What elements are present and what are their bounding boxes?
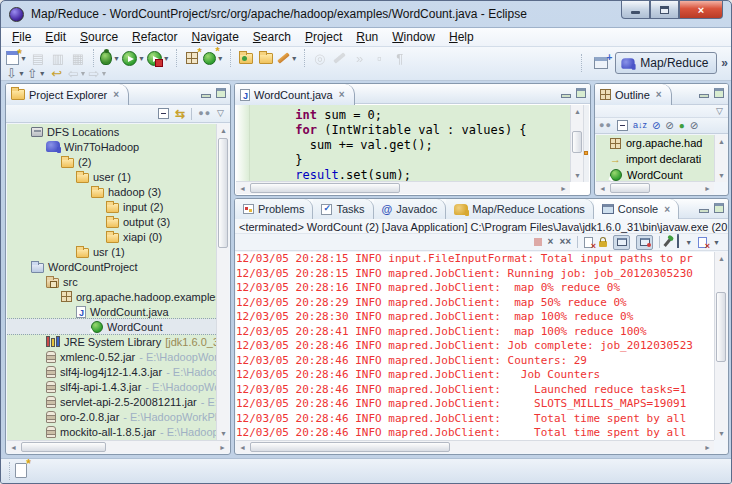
tab-console[interactable]: Console× xyxy=(594,199,679,219)
menu-search[interactable]: Search xyxy=(246,28,298,46)
display-selected-console-button[interactable] xyxy=(677,237,679,247)
last-edit-location-button[interactable]: ↩ xyxy=(47,64,67,82)
tab-outline[interactable]: Outline × xyxy=(595,84,672,105)
console-vscrollbar[interactable]: ▲▼ xyxy=(714,252,727,440)
tree-item-output-3-[interactable]: output (3) xyxy=(7,214,229,229)
remove-all-terminated-button[interactable]: ×× xyxy=(559,237,571,247)
hide-local-types-button[interactable]: ⊘ xyxy=(690,121,698,131)
outline-collapse-all-button[interactable] xyxy=(617,120,628,131)
perspective-overflow-chevron[interactable]: » xyxy=(721,56,727,70)
menu-edit[interactable]: Edit xyxy=(38,28,73,46)
collapse-all-button[interactable] xyxy=(158,108,169,119)
new-class-button[interactable]: ▼ xyxy=(202,49,225,67)
search-button[interactable]: ▼ xyxy=(276,49,299,67)
display-console-dropdown-icon[interactable]: ▼ xyxy=(685,239,692,246)
console-output[interactable]: 12/03/05 20:28:15 INFO input.FileInputFo… xyxy=(236,252,714,440)
show-whitespace-button[interactable]: ¶ xyxy=(390,49,410,67)
close-button[interactable]: × xyxy=(679,1,723,19)
open-element-button[interactable] xyxy=(236,49,256,67)
tree-item-dfs-locations[interactable]: DFS Locations xyxy=(7,124,229,139)
dropdown-arrow-icon[interactable]: ▼ xyxy=(291,55,298,62)
tree-item-hadoop-3-[interactable]: hadoop (3) xyxy=(7,184,229,199)
tree-item-src[interactable]: src xyxy=(7,274,229,289)
open-console-dropdown-icon[interactable]: ▼ xyxy=(713,239,720,246)
outline-item-org-apache-had[interactable]: org.apache.had xyxy=(596,135,714,151)
tree-item-slf4j-api-1-4-3-jar[interactable]: slf4j-api-1.4.3.jar - E:\HadoopWork xyxy=(7,379,229,394)
edit-annotation-button[interactable] xyxy=(330,49,350,67)
editor-overview-ruler[interactable] xyxy=(583,105,589,182)
dropdown-arrow-icon[interactable]: ▼ xyxy=(80,70,87,77)
menu-file[interactable]: File xyxy=(5,28,38,46)
tree-item-oro-2-0-8-jar[interactable]: oro-2.0.8.jar - E:\HadoopWorkPlat\ xyxy=(7,409,229,424)
tree-item-mockito-all-1-8-5-jar[interactable]: mockito-all-1.8.5.jar - E:\HadoopW xyxy=(7,424,229,439)
project-explorer-vscrollbar[interactable]: ▲▼ xyxy=(216,124,229,440)
tab-project-explorer[interactable]: Project Explorer × xyxy=(6,84,129,105)
hide-fields-button[interactable]: ⊘ xyxy=(652,121,660,131)
menu-project[interactable]: Project xyxy=(298,28,349,46)
menu-navigate[interactable]: Navigate xyxy=(184,28,245,46)
tree-item-wordcount[interactable]: WordCount xyxy=(7,319,229,334)
maximize-view-button[interactable] xyxy=(216,88,226,98)
back-button[interactable]: ⇦▼ xyxy=(67,64,88,82)
tree-item-win7tohadoop[interactable]: Win7ToHadoop xyxy=(7,139,229,154)
tab-wordcount-java[interactable]: WordCount.java × xyxy=(235,84,355,105)
dropdown-arrow-icon[interactable]: ▼ xyxy=(100,70,107,77)
outline-hscrollbar[interactable]: ◄► xyxy=(596,181,714,194)
menu-refactor[interactable]: Refactor xyxy=(125,28,184,46)
maximize-button[interactable] xyxy=(650,1,679,19)
link-with-editor-button[interactable]: ⇆ xyxy=(175,108,185,120)
close-view-icon[interactable]: × xyxy=(113,89,119,100)
new-mapreduce-project-button[interactable] xyxy=(182,49,202,67)
tree-item-wordcount-java[interactable]: WordCount.java xyxy=(7,304,229,319)
run-button[interactable]: ▼ xyxy=(121,49,146,67)
tab-tasks[interactable]: Tasks xyxy=(313,199,373,219)
menu-source[interactable]: Source xyxy=(73,28,125,46)
tree-item-jre-system-library[interactable]: JRE System Library [jdk1.6.0_31] xyxy=(7,334,229,349)
project-explorer-hscrollbar[interactable]: ◄► xyxy=(7,440,229,453)
menu-run[interactable]: Run xyxy=(349,28,385,46)
outline-vscrollbar[interactable]: ▲▼ xyxy=(714,135,727,182)
hide-static-members-button[interactable]: ⊘ xyxy=(665,121,673,131)
minimize-console-button[interactable] xyxy=(699,209,709,213)
scroll-lock-button[interactable] xyxy=(599,241,607,247)
tree-item-xiapi-0-[interactable]: xiapi (0) xyxy=(7,229,229,244)
outline-item-wordcount[interactable]: WordCount xyxy=(596,167,714,182)
open-console-button[interactable] xyxy=(698,237,707,248)
hide-non-public-button[interactable]: ● xyxy=(679,121,685,131)
titlebar[interactable]: Map/Reduce - WordCountProject/src/org/ap… xyxy=(1,1,731,27)
tree-item-xmlenc-0-52-jar[interactable]: xmlenc-0.52.jar - E:\HadoopWorkPl xyxy=(7,349,229,364)
maximize-editor-button[interactable] xyxy=(576,88,586,98)
editor-hscrollbar[interactable]: ◄► xyxy=(236,181,570,194)
menu-help[interactable]: Help xyxy=(442,28,481,46)
maximize-console-button[interactable] xyxy=(714,203,724,213)
pin-console-button[interactable] xyxy=(664,238,672,247)
clear-console-button[interactable] xyxy=(584,237,593,248)
dropdown-arrow-icon[interactable]: ▼ xyxy=(163,55,170,62)
dropdown-arrow-icon[interactable]: ▼ xyxy=(18,70,25,77)
terminate-button[interactable] xyxy=(534,238,542,246)
tree-item-user-1-[interactable]: user (1) xyxy=(7,169,229,184)
close-outline-icon[interactable]: × xyxy=(656,89,662,100)
maximize-outline-button[interactable] xyxy=(714,88,724,98)
block-selection-button[interactable]: ▫ xyxy=(370,49,390,67)
tree-item-slf4j-log4j12-1-4-3-jar[interactable]: slf4j-log4j12-1.4.3.jar - E:\HadoopW xyxy=(7,364,229,379)
remove-launch-button[interactable]: × xyxy=(548,237,554,247)
tab-problems[interactable]: Problems xyxy=(235,199,313,219)
toggle-mark-occurrences-button[interactable]: ◎ xyxy=(310,49,330,67)
minimize-view-button[interactable] xyxy=(201,94,211,98)
show-stderr-toggle[interactable] xyxy=(636,235,653,250)
customize-view-button[interactable]: ●● xyxy=(198,109,211,118)
tree-item-usr-1-[interactable]: usr (1) xyxy=(7,244,229,259)
skip-breakpoints-button[interactable]: ⇩▼ xyxy=(5,64,26,82)
tab-javadoc[interactable]: @Javadoc xyxy=(374,199,447,219)
forward-button[interactable]: ⇨▼ xyxy=(88,64,109,82)
close-console-tab-icon[interactable]: × xyxy=(664,204,670,215)
perspective-mapreduce-button[interactable]: Map/Reduce xyxy=(615,52,717,74)
editor-vscrollbar[interactable]: ▲▼ xyxy=(570,105,583,182)
dropdown-arrow-icon[interactable]: ▼ xyxy=(39,70,46,77)
minimize-editor-button[interactable] xyxy=(561,94,571,98)
dropdown-arrow-icon[interactable]: ▼ xyxy=(113,55,120,62)
dropdown-arrow-icon[interactable]: ▼ xyxy=(138,55,145,62)
open-perspective-button[interactable] xyxy=(591,54,611,72)
sort-button[interactable]: a↓z xyxy=(633,121,647,130)
